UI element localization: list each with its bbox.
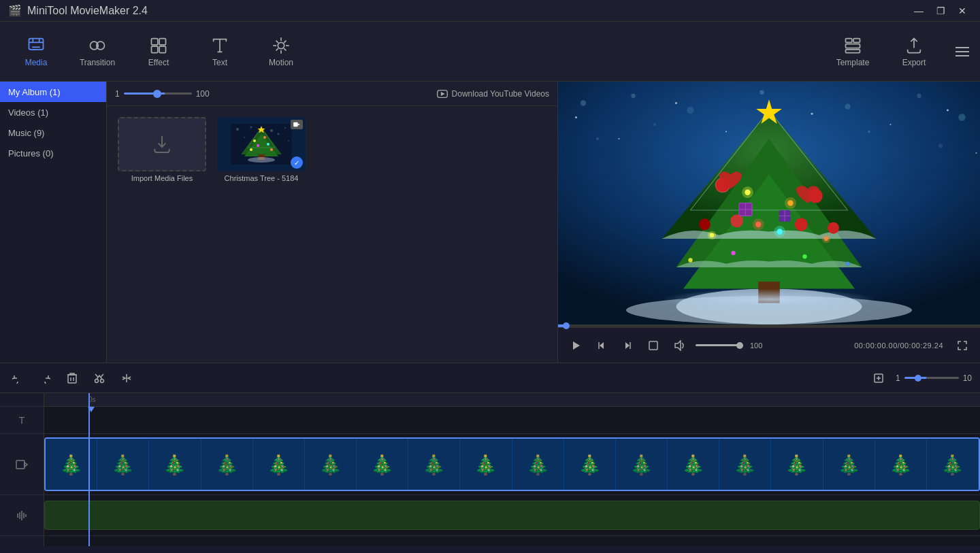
svg-point-42 bbox=[958, 114, 966, 121]
zoom-slider[interactable] bbox=[124, 93, 192, 95]
text-track-content bbox=[44, 407, 980, 433]
svg-point-44 bbox=[653, 123, 656, 126]
volume-slider[interactable] bbox=[696, 344, 743, 346]
svg-point-94 bbox=[662, 289, 877, 311]
christmas-tree-media-item[interactable]: ✓ Christmas Tree - 5184 bbox=[217, 117, 306, 182]
split-icon bbox=[121, 373, 132, 384]
toolbar-text[interactable]: Text bbox=[189, 24, 250, 79]
toolbar-motion-label: Motion bbox=[269, 58, 293, 67]
christmas-tree-thumb[interactable]: ✓ bbox=[217, 117, 306, 171]
fit-icon bbox=[874, 373, 883, 383]
svg-point-88 bbox=[822, 235, 831, 244]
cut-button[interactable] bbox=[90, 369, 109, 388]
sidebar-item-pictures[interactable]: Pictures (0) bbox=[0, 143, 106, 163]
svg-rect-9 bbox=[853, 38, 860, 42]
timeline-toolbar: 1 10 bbox=[0, 363, 980, 393]
svg-point-47 bbox=[575, 116, 577, 118]
svg-point-65 bbox=[730, 214, 743, 227]
download-icon bbox=[151, 133, 173, 155]
svg-point-103 bbox=[95, 379, 99, 382]
svg-point-37 bbox=[631, 94, 635, 98]
svg-rect-10 bbox=[846, 44, 860, 48]
maximize-button[interactable]: ❐ bbox=[931, 4, 950, 18]
step-forward-button[interactable] bbox=[618, 336, 637, 355]
undo-button[interactable] bbox=[8, 369, 27, 388]
strip-frame-16 bbox=[823, 439, 875, 490]
strip-frame-4 bbox=[201, 439, 253, 490]
svg-marker-96 bbox=[600, 342, 604, 349]
svg-point-22 bbox=[288, 140, 289, 141]
svg-point-39 bbox=[760, 90, 764, 95]
strip-frame-10 bbox=[512, 439, 564, 490]
playhead bbox=[88, 393, 90, 546]
toolbar-media[interactable]: Media bbox=[5, 24, 67, 79]
audio-track-content bbox=[44, 495, 980, 535]
toolbar-template[interactable]: Template bbox=[822, 24, 883, 79]
volume-icon bbox=[674, 340, 685, 351]
close-button[interactable]: ✕ bbox=[953, 4, 972, 18]
svg-marker-101 bbox=[675, 341, 681, 350]
svg-point-30 bbox=[267, 143, 270, 146]
fullscreen-preview-button[interactable] bbox=[644, 336, 663, 355]
step-forward-icon bbox=[623, 341, 632, 350]
volume-button[interactable] bbox=[670, 336, 689, 355]
svg-point-68 bbox=[828, 222, 839, 234]
cut-icon bbox=[94, 373, 105, 384]
preview-panel: 100 00:00:00.00/00:00:29.24 bbox=[558, 82, 980, 363]
video-track-row[interactable] bbox=[44, 434, 980, 495]
step-back-button[interactable] bbox=[592, 336, 611, 355]
toolbar-template-label: Template bbox=[836, 58, 870, 67]
split-button[interactable] bbox=[117, 369, 136, 388]
main-workspace: My Album (1) Videos (1) Music (9) Pictur… bbox=[0, 82, 980, 363]
svg-point-48 bbox=[618, 138, 619, 139]
download-youtube-button[interactable]: Download YouTube Videos bbox=[437, 88, 549, 99]
delete-icon bbox=[67, 373, 77, 384]
svg-point-40 bbox=[845, 104, 850, 110]
toolbar: Media Transition Effect Text bbox=[0, 22, 980, 82]
zoom-value-label: 100 bbox=[196, 89, 210, 99]
svg-point-31 bbox=[250, 148, 252, 151]
delete-button[interactable] bbox=[63, 369, 82, 388]
svg-point-43 bbox=[596, 137, 599, 140]
sidebar-item-music[interactable]: Music (9) bbox=[0, 122, 106, 143]
download-youtube-label: Download YouTube Videos bbox=[452, 89, 549, 99]
text-track-header: T bbox=[0, 407, 44, 434]
menu-button[interactable] bbox=[950, 39, 975, 64]
timeline-zoom-slider[interactable] bbox=[904, 377, 959, 379]
progress-bar[interactable] bbox=[558, 324, 980, 327]
timecode: 00:00:00.00/00:00:29.24 bbox=[854, 341, 943, 350]
audio-track-header bbox=[0, 495, 44, 536]
toolbar-effect[interactable]: Effect bbox=[128, 24, 189, 79]
zoom-min-label: 1 bbox=[896, 373, 900, 383]
minimize-button[interactable]: — bbox=[909, 4, 928, 18]
svg-point-36 bbox=[581, 100, 586, 105]
play-icon bbox=[570, 340, 581, 351]
strip-frame-15 bbox=[771, 439, 823, 490]
strip-frame-14 bbox=[719, 439, 771, 490]
import-media-item[interactable]: Import Media Files bbox=[118, 117, 206, 182]
fullscreen-button[interactable] bbox=[953, 336, 972, 355]
fit-button[interactable] bbox=[870, 369, 887, 388]
svg-rect-102 bbox=[68, 375, 76, 383]
import-thumb[interactable] bbox=[118, 117, 206, 171]
sidebar-item-myalbum[interactable]: My Album (1) bbox=[0, 82, 106, 102]
svg-point-51 bbox=[811, 113, 813, 115]
play-button[interactable] bbox=[566, 336, 585, 355]
title-bar: 🎬 MiniTool MovieMaker 2.4 — ❐ ✕ bbox=[0, 0, 980, 22]
title-bar-left: 🎬 MiniTool MovieMaker 2.4 bbox=[8, 4, 148, 17]
sidebar-item-videos[interactable]: Videos (1) bbox=[0, 102, 106, 122]
svg-rect-3 bbox=[152, 38, 158, 44]
svg-point-34 bbox=[248, 157, 275, 163]
svg-point-20 bbox=[244, 137, 245, 138]
toolbar-export[interactable]: Export bbox=[883, 24, 945, 79]
svg-point-49 bbox=[675, 102, 677, 104]
svg-point-89 bbox=[731, 251, 735, 255]
toolbar-transition[interactable]: Transition bbox=[67, 24, 128, 79]
video-strip[interactable] bbox=[44, 437, 980, 491]
svg-point-18 bbox=[270, 129, 273, 132]
svg-rect-8 bbox=[846, 38, 852, 42]
strip-frame-13 bbox=[668, 439, 719, 490]
zoom-control: 1 10 bbox=[896, 373, 972, 383]
toolbar-motion[interactable]: Motion bbox=[250, 24, 312, 79]
redo-button[interactable] bbox=[35, 369, 54, 388]
